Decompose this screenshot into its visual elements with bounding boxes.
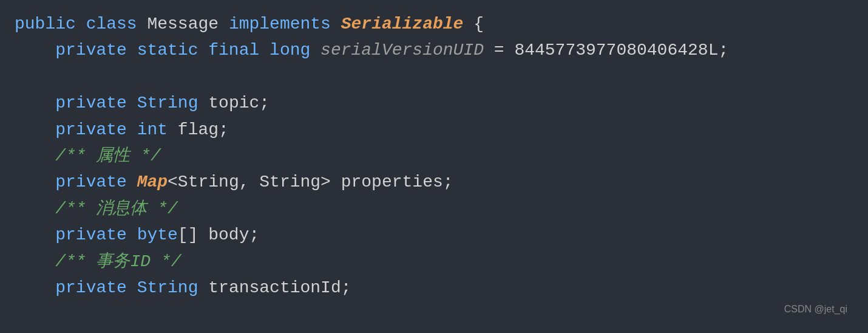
indent	[15, 146, 55, 165]
keyword-private: private	[55, 173, 137, 191]
indent	[15, 120, 55, 139]
equals: =	[484, 41, 514, 60]
keyword-private: private	[55, 225, 137, 244]
field-properties: <String, String> properties;	[168, 173, 453, 191]
indent	[15, 173, 55, 191]
comment-transaction: /** 事务ID */	[55, 252, 181, 271]
field-serialversionuid: serialVersionUID	[320, 41, 484, 60]
watermark: CSDN @jet_qi	[784, 302, 847, 317]
keyword-private: private	[55, 120, 137, 139]
code-line-6: /** 属性 */	[15, 143, 853, 169]
indent	[15, 225, 55, 244]
code-line-8: /** 消息体 */	[15, 196, 853, 222]
class-serializable: Serializable	[341, 15, 464, 33]
keyword-long: long	[270, 41, 320, 60]
indent	[15, 41, 55, 60]
field-body: [] body;	[178, 225, 259, 244]
field-flag: flag;	[168, 120, 229, 139]
brace-open: {	[463, 15, 484, 33]
code-line-4: private String topic;	[15, 90, 853, 116]
code-line-10: /** 事务ID */	[15, 249, 853, 275]
code-block: public class Message implements Serializ…	[15, 11, 853, 322]
code-line-11: private String transactionId;	[15, 275, 853, 301]
code-line-3	[15, 64, 853, 90]
indent	[15, 94, 55, 112]
keyword-private: private	[55, 94, 137, 112]
code-line-1: public class Message implements Serializ…	[15, 11, 853, 37]
serial-value: 8445773977080406428L;	[514, 41, 728, 60]
comment-properties: /** 属性 */	[55, 146, 161, 165]
type-string: String	[137, 94, 198, 112]
comment-body: /** 消息体 */	[55, 199, 178, 218]
type-map: Map	[137, 173, 168, 191]
keyword-private: private	[55, 41, 137, 60]
keyword-private: private	[55, 278, 137, 297]
keyword-public: public	[15, 15, 86, 33]
type-string-2: String	[137, 278, 198, 297]
keyword-static: static	[137, 41, 209, 60]
keyword-final: final	[208, 41, 270, 60]
type-int: int	[137, 120, 168, 139]
field-topic: topic;	[198, 94, 270, 112]
field-transactionid: transactionId;	[198, 278, 351, 297]
code-line-9: private byte[] body;	[15, 222, 853, 248]
keyword-class: class	[86, 15, 147, 33]
code-line-7: private Map<String, String> properties;	[15, 169, 853, 195]
code-line-2: private static final long serialVersionU…	[15, 37, 853, 63]
code-line-5: private int flag;	[15, 117, 853, 143]
class-name: Message	[147, 15, 228, 33]
indent	[15, 278, 55, 297]
indent	[15, 199, 55, 218]
indent	[15, 252, 55, 271]
type-byte: byte	[137, 225, 178, 244]
keyword-implements: implements	[229, 15, 341, 33]
